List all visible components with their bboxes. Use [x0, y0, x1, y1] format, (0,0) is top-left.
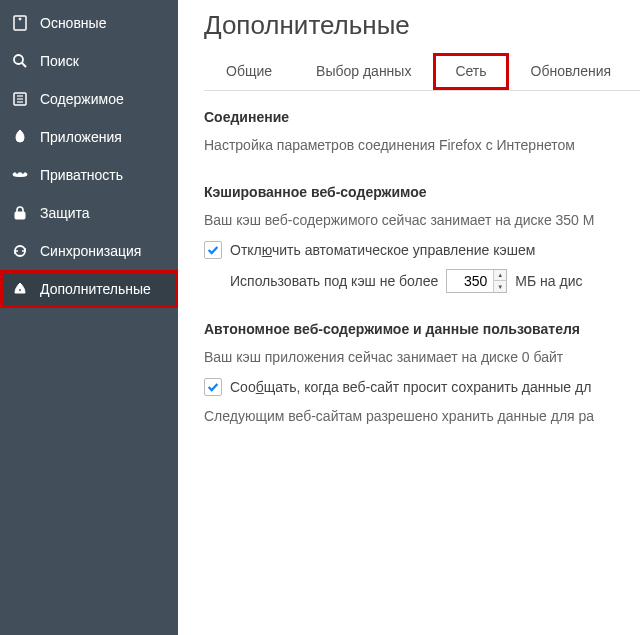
offline-notify-row[interactable]: Сообщать, когда веб-сайт просит сохранит… — [204, 378, 640, 396]
sidebar-item-advanced[interactable]: Дополнительные — [0, 270, 178, 308]
svg-point-2 — [14, 55, 23, 64]
checkbox-checked-icon[interactable] — [204, 378, 222, 396]
search-icon — [10, 52, 30, 70]
advanced-icon — [10, 280, 30, 298]
cache-status: Ваш кэш веб-содержимого сейчас занимает … — [204, 210, 640, 231]
sidebar-item-label: Приватность — [40, 167, 123, 183]
section-offline: Автономное веб-содержимое и данные польз… — [204, 321, 640, 427]
connection-text: Настройка параметров соединения Firefox … — [204, 135, 640, 156]
offline-allow-text: Следующим веб-сайтам разрешено хранить д… — [204, 406, 640, 427]
content-icon — [10, 90, 30, 108]
section-cache: Кэшированное веб-содержимое Ваш кэш веб-… — [204, 184, 640, 293]
tabs: Общие Выбор данных Сеть Обновления — [204, 53, 640, 91]
tab-data[interactable]: Выбор данных — [294, 53, 433, 90]
spinner: ▲ ▼ — [493, 270, 506, 292]
sidebar-item-privacy[interactable]: Приватность — [0, 156, 178, 194]
sidebar-item-applications[interactable]: Приложения — [0, 118, 178, 156]
main-panel: Дополнительные Общие Выбор данных Сеть О… — [178, 0, 640, 635]
sidebar-item-label: Приложения — [40, 129, 122, 145]
page-title: Дополнительные — [178, 0, 640, 53]
sync-icon — [10, 242, 30, 260]
sidebar-item-content[interactable]: Содержимое — [0, 80, 178, 118]
cache-limit-unit: МБ на дис — [515, 273, 582, 289]
cache-limit-label: Использовать под кэш не более — [230, 273, 438, 289]
svg-point-1 — [19, 18, 21, 20]
sidebar-item-label: Содержимое — [40, 91, 124, 107]
checkbox-checked-icon[interactable] — [204, 241, 222, 259]
offline-notify-label: Сообщать, когда веб-сайт просит сохранит… — [230, 379, 591, 395]
general-icon — [10, 14, 30, 32]
cache-limit-input-wrap: ▲ ▼ — [446, 269, 507, 293]
cache-heading: Кэшированное веб-содержимое — [204, 184, 640, 200]
sidebar-item-general[interactable]: Основные — [0, 4, 178, 42]
svg-rect-8 — [15, 212, 25, 219]
spinner-down[interactable]: ▼ — [494, 281, 506, 292]
tab-network[interactable]: Сеть — [433, 53, 508, 90]
sidebar-item-label: Синхронизация — [40, 243, 141, 259]
offline-status: Ваш кэш приложения сейчас занимает на ди… — [204, 347, 640, 368]
svg-line-3 — [22, 63, 26, 67]
privacy-icon — [10, 166, 30, 184]
connection-heading: Соединение — [204, 109, 640, 125]
spinner-up[interactable]: ▲ — [494, 270, 506, 281]
settings-sidebar: Основные Поиск Содержимое Приложения При… — [0, 0, 178, 635]
tab-content: Соединение Настройка параметров соединен… — [178, 91, 640, 427]
sidebar-item-label: Защита — [40, 205, 90, 221]
sidebar-item-sync[interactable]: Синхронизация — [0, 232, 178, 270]
sidebar-item-label: Основные — [40, 15, 106, 31]
tab-general[interactable]: Общие — [204, 53, 294, 90]
sidebar-item-search[interactable]: Поиск — [0, 42, 178, 80]
cache-limit-input[interactable] — [447, 270, 493, 292]
tab-updates[interactable]: Обновления — [509, 53, 634, 90]
applications-icon — [10, 128, 30, 146]
cache-override-label: Отключить автоматическое управление кэше… — [230, 242, 535, 258]
cache-override-row[interactable]: Отключить автоматическое управление кэше… — [204, 241, 640, 259]
sidebar-item-label: Дополнительные — [40, 281, 151, 297]
lock-icon — [10, 204, 30, 222]
sidebar-item-security[interactable]: Защита — [0, 194, 178, 232]
svg-point-9 — [19, 289, 22, 292]
section-connection: Соединение Настройка параметров соединен… — [204, 109, 640, 156]
sidebar-item-label: Поиск — [40, 53, 79, 69]
cache-limit-row: Использовать под кэш не более ▲ ▼ МБ на … — [230, 269, 640, 293]
offline-heading: Автономное веб-содержимое и данные польз… — [204, 321, 640, 337]
